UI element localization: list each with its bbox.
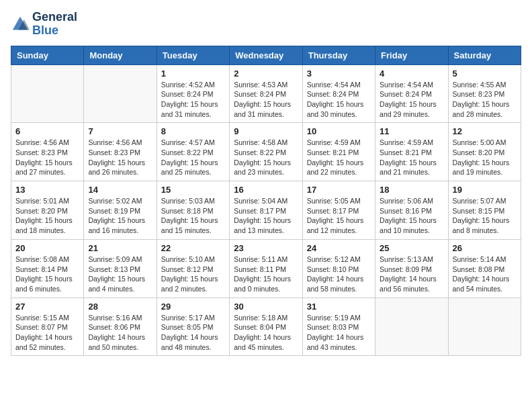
logo-text: General Blue: [32, 11, 77, 38]
calendar-day-cell: 19Sunrise: 5:07 AM Sunset: 8:15 PM Dayli…: [448, 181, 521, 240]
day-number: 18: [380, 185, 443, 195]
day-info: Sunrise: 4:54 AM Sunset: 8:24 PM Dayligh…: [380, 80, 443, 120]
calendar-day-cell: 6Sunrise: 4:56 AM Sunset: 8:23 PM Daylig…: [11, 123, 84, 181]
calendar-day-cell: 23Sunrise: 5:11 AM Sunset: 8:11 PM Dayli…: [230, 239, 302, 298]
day-info: Sunrise: 5:04 AM Sunset: 8:17 PM Dayligh…: [234, 196, 298, 236]
day-info: Sunrise: 4:58 AM Sunset: 8:22 PM Dayligh…: [234, 138, 298, 177]
day-of-week-header: Friday: [375, 46, 448, 64]
day-number: 21: [88, 243, 152, 253]
calendar-day-cell: 4Sunrise: 4:54 AM Sunset: 8:24 PM Daylig…: [375, 64, 448, 123]
day-info: Sunrise: 5:07 AM Sunset: 8:15 PM Dayligh…: [453, 196, 517, 236]
calendar-day-cell: 14Sunrise: 5:02 AM Sunset: 8:19 PM Dayli…: [84, 181, 157, 240]
day-info: Sunrise: 4:59 AM Sunset: 8:21 PM Dayligh…: [380, 138, 443, 177]
calendar-week-row: 27Sunrise: 5:15 AM Sunset: 8:07 PM Dayli…: [11, 298, 521, 356]
day-info: Sunrise: 5:15 AM Sunset: 8:07 PM Dayligh…: [15, 313, 79, 353]
day-info: Sunrise: 4:56 AM Sunset: 8:23 PM Dayligh…: [15, 138, 79, 177]
day-info: Sunrise: 4:53 AM Sunset: 8:24 PM Dayligh…: [234, 80, 298, 120]
calendar-day-cell: 25Sunrise: 5:13 AM Sunset: 8:09 PM Dayli…: [375, 239, 448, 298]
calendar-day-cell: 16Sunrise: 5:04 AM Sunset: 8:17 PM Dayli…: [230, 181, 302, 240]
calendar-week-row: 20Sunrise: 5:08 AM Sunset: 8:14 PM Dayli…: [11, 239, 521, 298]
day-info: Sunrise: 4:55 AM Sunset: 8:23 PM Dayligh…: [453, 80, 517, 120]
calendar-day-cell: [448, 298, 521, 356]
calendar-day-cell: 3Sunrise: 4:54 AM Sunset: 8:24 PM Daylig…: [302, 64, 375, 123]
day-of-week-header: Tuesday: [157, 46, 229, 64]
calendar-day-cell: 12Sunrise: 5:00 AM Sunset: 8:20 PM Dayli…: [448, 123, 521, 181]
day-info: Sunrise: 5:10 AM Sunset: 8:12 PM Dayligh…: [161, 255, 225, 294]
calendar-day-cell: 30Sunrise: 5:18 AM Sunset: 8:04 PM Dayli…: [230, 298, 302, 356]
day-info: Sunrise: 4:52 AM Sunset: 8:24 PM Dayligh…: [161, 80, 225, 120]
day-info: Sunrise: 5:18 AM Sunset: 8:04 PM Dayligh…: [234, 313, 298, 353]
logo-icon: [11, 15, 30, 34]
day-of-week-header: Monday: [84, 46, 157, 64]
day-of-week-header: Saturday: [448, 46, 521, 64]
calendar-day-cell: 22Sunrise: 5:10 AM Sunset: 8:12 PM Dayli…: [157, 239, 229, 298]
logo: General Blue: [11, 11, 77, 38]
calendar-day-cell: 28Sunrise: 5:16 AM Sunset: 8:06 PM Dayli…: [84, 298, 157, 356]
day-info: Sunrise: 4:56 AM Sunset: 8:23 PM Dayligh…: [88, 138, 152, 177]
calendar-header-row: SundayMondayTuesdayWednesdayThursdayFrid…: [11, 46, 521, 64]
calendar-week-row: 13Sunrise: 5:01 AM Sunset: 8:20 PM Dayli…: [11, 181, 521, 240]
day-info: Sunrise: 5:17 AM Sunset: 8:05 PM Dayligh…: [161, 313, 225, 353]
day-of-week-header: Sunday: [11, 46, 84, 64]
calendar-day-cell: 5Sunrise: 4:55 AM Sunset: 8:23 PM Daylig…: [448, 64, 521, 123]
day-number: 16: [234, 185, 298, 195]
day-info: Sunrise: 5:11 AM Sunset: 8:11 PM Dayligh…: [234, 255, 298, 294]
day-info: Sunrise: 4:54 AM Sunset: 8:24 PM Dayligh…: [307, 80, 371, 120]
day-number: 22: [161, 243, 225, 253]
day-number: 14: [88, 185, 152, 195]
day-number: 23: [234, 243, 298, 253]
day-info: Sunrise: 5:08 AM Sunset: 8:14 PM Dayligh…: [15, 255, 79, 294]
calendar-day-cell: 15Sunrise: 5:03 AM Sunset: 8:18 PM Dayli…: [157, 181, 229, 240]
day-number: 1: [161, 68, 225, 79]
day-number: 19: [453, 185, 517, 195]
day-number: 8: [161, 126, 225, 136]
day-number: 6: [15, 126, 79, 136]
calendar-day-cell: 21Sunrise: 5:09 AM Sunset: 8:13 PM Dayli…: [84, 239, 157, 298]
day-number: 20: [15, 243, 79, 253]
day-number: 27: [15, 302, 79, 312]
calendar-day-cell: 18Sunrise: 5:06 AM Sunset: 8:16 PM Dayli…: [375, 181, 448, 240]
day-number: 17: [307, 185, 371, 195]
calendar-day-cell: [11, 64, 84, 123]
day-info: Sunrise: 5:00 AM Sunset: 8:20 PM Dayligh…: [453, 138, 517, 177]
day-number: 25: [380, 243, 443, 253]
calendar-day-cell: 17Sunrise: 5:05 AM Sunset: 8:17 PM Dayli…: [302, 181, 375, 240]
day-number: 28: [88, 302, 152, 312]
day-info: Sunrise: 5:09 AM Sunset: 8:13 PM Dayligh…: [88, 255, 152, 294]
day-info: Sunrise: 5:13 AM Sunset: 8:09 PM Dayligh…: [380, 255, 443, 294]
calendar-day-cell: 11Sunrise: 4:59 AM Sunset: 8:21 PM Dayli…: [375, 123, 448, 181]
day-number: 4: [380, 68, 443, 79]
day-number: 24: [307, 243, 371, 253]
day-number: 10: [307, 126, 371, 136]
page-header: General Blue: [11, 11, 521, 38]
day-number: 13: [15, 185, 79, 195]
calendar-day-cell: 10Sunrise: 4:59 AM Sunset: 8:21 PM Dayli…: [302, 123, 375, 181]
day-of-week-header: Thursday: [302, 46, 375, 64]
calendar-day-cell: 2Sunrise: 4:53 AM Sunset: 8:24 PM Daylig…: [230, 64, 302, 123]
day-number: 9: [234, 126, 298, 136]
day-of-week-header: Wednesday: [230, 46, 302, 64]
day-number: 11: [380, 126, 443, 136]
day-number: 3: [307, 68, 371, 79]
day-number: 31: [307, 302, 371, 312]
calendar-day-cell: 27Sunrise: 5:15 AM Sunset: 8:07 PM Dayli…: [11, 298, 84, 356]
day-number: 29: [161, 302, 225, 312]
calendar-day-cell: 8Sunrise: 4:57 AM Sunset: 8:22 PM Daylig…: [157, 123, 229, 181]
calendar-day-cell: 24Sunrise: 5:12 AM Sunset: 8:10 PM Dayli…: [302, 239, 375, 298]
calendar-week-row: 1Sunrise: 4:52 AM Sunset: 8:24 PM Daylig…: [11, 64, 521, 123]
calendar-day-cell: 29Sunrise: 5:17 AM Sunset: 8:05 PM Dayli…: [157, 298, 229, 356]
day-info: Sunrise: 5:14 AM Sunset: 8:08 PM Dayligh…: [453, 255, 517, 294]
day-number: 26: [453, 243, 517, 253]
day-number: 30: [234, 302, 298, 312]
day-info: Sunrise: 4:59 AM Sunset: 8:21 PM Dayligh…: [307, 138, 371, 177]
calendar-day-cell: [84, 64, 157, 123]
calendar-day-cell: 9Sunrise: 4:58 AM Sunset: 8:22 PM Daylig…: [230, 123, 302, 181]
day-number: 7: [88, 126, 152, 136]
day-info: Sunrise: 5:06 AM Sunset: 8:16 PM Dayligh…: [380, 196, 443, 236]
day-number: 2: [234, 68, 298, 79]
calendar-day-cell: 31Sunrise: 5:19 AM Sunset: 8:03 PM Dayli…: [302, 298, 375, 356]
calendar-day-cell: 13Sunrise: 5:01 AM Sunset: 8:20 PM Dayli…: [11, 181, 84, 240]
day-info: Sunrise: 5:12 AM Sunset: 8:10 PM Dayligh…: [307, 255, 371, 294]
calendar-week-row: 6Sunrise: 4:56 AM Sunset: 8:23 PM Daylig…: [11, 123, 521, 181]
calendar-day-cell: 1Sunrise: 4:52 AM Sunset: 8:24 PM Daylig…: [157, 64, 229, 123]
